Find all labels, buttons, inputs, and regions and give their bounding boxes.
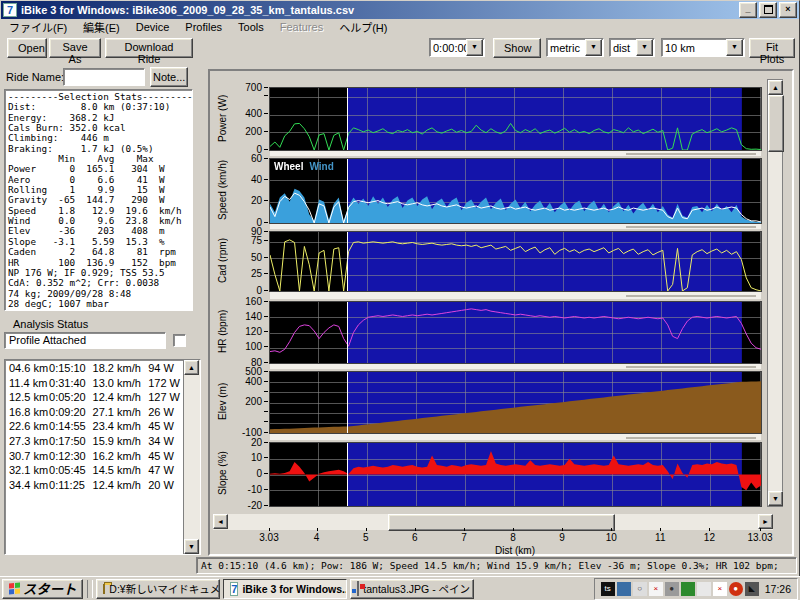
chart-row-elev: Elev (m)-100200400500 [210,371,796,432]
interval-row[interactable]: 16.8 km0:09:2027.1 km/h26 W [5,405,183,420]
start-button[interactable]: スタート [2,579,83,599]
close-button[interactable]: × [779,2,797,18]
chevron-down-icon[interactable]: ▼ [466,39,483,56]
chevron-down-icon[interactable]: ▼ [636,39,653,56]
titlebar[interactable]: iBike 3 for Windows: iBike306_2009_09_28… [1,1,799,19]
interval-cell: 27.1 km/h [93,405,149,420]
save-as-button[interactable]: Save As [49,38,101,58]
mode-combobox[interactable]: dist ▼ [609,38,655,57]
system-tray: ts○×●×●◣ 17:26 [594,578,798,600]
analysis-status-field: Profile Attached [4,332,166,349]
interval-row[interactable]: 34.4 km0:11:2512.4 km/h20 W [5,478,183,493]
plot-separator[interactable] [270,434,761,440]
scroll-up-icon[interactable]: ▲ [184,360,199,375]
interval-cell: 18.2 km/h [93,361,149,376]
slope-y-axis: -20-1001020 [210,442,268,505]
interval-list[interactable]: 04.6 km0:15:1018.2 km/h94 W11.4 km0:31:4… [4,359,201,555]
chevron-down-icon[interactable]: ▼ [585,39,602,56]
selection-stats-box[interactable]: ---------Selection Stats--------- Dist: … [4,89,193,311]
elev-plot[interactable] [269,371,762,434]
analysis-status-checkbox[interactable] [173,334,186,347]
speed-tick-label: 20 [251,195,268,207]
fit-plots-button[interactable]: Fit Plots [749,38,795,58]
task-button-folder[interactable]: D:¥新しいマイドキュメント¥... [96,579,220,599]
menu-item-3[interactable]: Profiles [177,20,230,34]
scroll-left-icon[interactable]: ◄ [213,514,228,529]
scroll-down-icon[interactable]: ▼ [184,539,199,554]
volume-icon[interactable]: ● [665,582,679,596]
search-icon[interactable]: ○ [633,582,647,596]
chart-row-hr: HR (bpm)80100120140160 [210,301,796,362]
task-button-ibike[interactable]: iBike 3 for Windows... [223,579,347,599]
interval-cell: 47 W [148,463,183,478]
cad-plot[interactable] [269,231,762,292]
power-plot[interactable] [269,87,762,151]
plot-separator[interactable] [270,292,761,299]
chart-row-slope: Slope (%)-20-1001020 [210,442,796,505]
menu-item-4[interactable]: Tools [230,20,272,34]
charts-horizontal-scrollbar[interactable]: ◄ ► [213,514,773,530]
open-button[interactable]: Open [7,38,47,58]
menu-item-6[interactable]: ヘルプ(H) [331,18,395,36]
x-tick-label: 8 [491,532,535,543]
interval-cell: 30.7 km [9,449,49,464]
paint-icon [357,581,359,596]
vertical-scroll-thumb[interactable] [768,95,784,152]
x-tick-label: 5 [344,532,388,543]
status-bar: At 0:15:10 (4.6 km); Pow: 186 W; Speed 1… [196,557,797,574]
charts-vertical-scrollbar[interactable]: ▲ ▼ [767,79,783,507]
network-error-icon[interactable]: × [713,582,727,596]
ts-icon[interactable]: ts [601,582,615,596]
interval-row[interactable]: 30.7 km0:12:3016.2 km/h45 W [5,449,183,464]
plot-separator[interactable] [270,151,761,156]
antivirus-icon[interactable]: ● [729,582,743,596]
mouse-icon[interactable] [697,582,711,596]
menu-item-2[interactable]: Device [128,20,178,34]
x-tick-label: 11 [638,532,682,543]
interval-row[interactable]: 04.6 km0:15:1018.2 km/h94 W [5,361,183,376]
scroll-down-icon[interactable]: ▼ [768,491,783,506]
task-button-paint[interactable]: tantalus3.JPG - ペイント [350,579,474,599]
horizontal-scroll-thumb[interactable] [388,514,615,531]
chart-row-power: Power (W)0200400700 [210,87,796,149]
app-window: iBike 3 for Windows: iBike306_2009_09_28… [0,0,800,577]
slope-plot[interactable] [269,442,762,507]
hr-plot[interactable] [269,301,762,364]
horizontal-scroll-track[interactable] [228,514,758,530]
interval-row[interactable]: 11.4 km0:31:4013.0 km/h172 W [5,376,183,391]
units-combobox[interactable]: metric ▼ [546,38,604,57]
minimize-button[interactable]: _ [739,2,757,18]
scroll-right-icon[interactable]: ► [758,514,773,529]
interval-row[interactable]: 12.5 km0:05:2012.4 km/h127 W [5,390,183,405]
interval-row[interactable]: 32.1 km0:05:4514.5 km/h47 W [5,463,183,478]
interval-cell: 0:14:55 [49,419,93,434]
interval-cell: 11.4 km [9,376,49,391]
plot-separator[interactable] [270,224,761,229]
app-icon [3,3,17,17]
display-settings-icon[interactable] [617,582,631,596]
hr-tick-label: 140 [245,310,268,322]
interval-list-scrollbar[interactable]: ▲ ▼ [183,360,200,554]
x-tick-label: 9 [540,532,584,543]
ride-name-input[interactable] [63,68,145,86]
restore-button[interactable] [759,2,777,18]
time-combobox[interactable]: 0:00:00 ▼ [429,38,485,57]
range-combobox[interactable]: 10 km ▼ [661,38,745,57]
plot-separator[interactable] [270,364,761,369]
download-ride-button[interactable]: Download Ride [105,38,193,58]
scroll-up-icon[interactable]: ▲ [768,80,783,95]
show-button[interactable]: Show [493,38,541,58]
monitor-error-icon[interactable]: × [649,582,663,596]
note-button[interactable]: Note... [150,67,188,87]
triangle-icon[interactable]: ◣ [745,582,759,596]
interval-row[interactable]: 27.3 km0:17:5015.9 km/h34 W [5,434,183,449]
task-buttons: D:¥新しいマイドキュメント¥...iBike 3 for Windows...… [93,579,474,599]
interval-row[interactable]: 22.6 km0:14:5523.4 km/h45 W [5,419,183,434]
chevron-down-icon[interactable]: ▼ [726,39,743,56]
menu-item-0[interactable]: ファイル(F) [1,18,75,36]
speed-y-axis: 0204060 [210,158,268,222]
interval-cell: 0:05:20 [49,390,93,405]
green-utility-icon[interactable] [681,582,695,596]
menu-item-1[interactable]: 編集(E) [75,18,128,36]
speed-plot[interactable] [269,158,762,224]
